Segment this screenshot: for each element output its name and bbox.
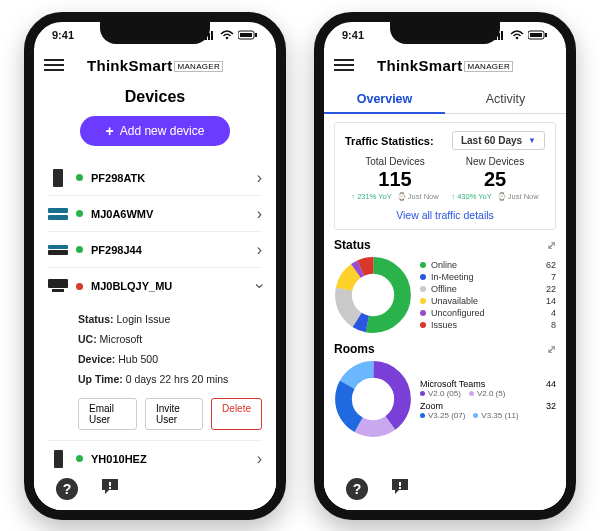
device-icon — [48, 277, 68, 295]
legend-label: Microsoft Teams — [420, 379, 546, 389]
menu-icon[interactable] — [334, 59, 354, 71]
battery-icon — [238, 30, 258, 40]
legend-item: Zoom32V3.25 (07)V3.35 (11) — [420, 401, 556, 420]
legend-value: 62 — [536, 260, 556, 270]
help-icon[interactable]: ? — [56, 478, 78, 500]
feedback-icon[interactable] — [390, 477, 410, 501]
clock: 9:41 — [342, 29, 364, 41]
add-device-label: Add new device — [120, 124, 205, 138]
tab-overview[interactable]: Overview — [324, 84, 445, 114]
help-icon[interactable]: ? — [346, 478, 368, 500]
legend-value: 7 — [536, 272, 556, 282]
detail-uptime-key: Up Time: — [78, 373, 123, 385]
status-dot — [76, 210, 83, 217]
legend-value: 14 — [536, 296, 556, 306]
legend-item: Unconfigured4 — [420, 308, 556, 318]
expand-icon[interactable]: ⤢ — [547, 239, 556, 252]
tab-activity[interactable]: Activity — [445, 84, 566, 114]
svg-rect-16 — [109, 482, 111, 486]
legend-value: 4 — [536, 308, 556, 318]
clock: 9:41 — [52, 29, 74, 41]
battery-icon — [528, 30, 548, 40]
rooms-panel: Rooms ⤢ Microsoft Teams44V2.0 (05)V2.0 (… — [334, 342, 556, 438]
detail-device-value: Hub 500 — [118, 353, 158, 365]
device-name: PF298J44 — [91, 244, 249, 256]
legend-label: Issues — [431, 320, 536, 330]
range-select[interactable]: Last 60 Days ▼ — [452, 131, 545, 150]
status-panel: Status ⤢ Online62In-Meeting7Offline22Una… — [334, 238, 556, 334]
total-devices-label: Total Devices — [345, 156, 445, 167]
legend-subdot-icon — [473, 413, 478, 418]
legend-dot-icon — [420, 310, 426, 316]
device-row-expanded-header[interactable]: MJ0BLQJY_MU › — [48, 268, 262, 304]
email-user-button[interactable]: Email User — [78, 398, 137, 430]
svg-rect-24 — [530, 33, 542, 37]
notch — [390, 22, 500, 44]
status-donut-chart — [334, 256, 412, 334]
legend-label: In-Meeting — [431, 272, 536, 282]
svg-point-4 — [226, 37, 229, 40]
svg-rect-7 — [255, 33, 257, 37]
svg-rect-12 — [48, 250, 68, 255]
bottom-bar: ? — [324, 468, 566, 510]
svg-rect-15 — [54, 450, 63, 468]
legend-sub: V3.25 (07)V3.35 (11) — [420, 411, 556, 420]
traffic-details-link[interactable]: View all traffic details — [345, 209, 545, 221]
device-icon — [48, 169, 68, 187]
invite-user-button[interactable]: Invite User — [145, 398, 203, 430]
chevron-down-icon: ▼ — [528, 136, 536, 145]
add-device-button[interactable]: + Add new device — [80, 116, 230, 146]
detail-device-key: Device: — [78, 353, 115, 365]
brand-logo: ThinkSmartMANAGER — [362, 57, 528, 74]
legend-value: 22 — [536, 284, 556, 294]
legend-subdot-icon — [420, 413, 425, 418]
legend-item: In-Meeting7 — [420, 272, 556, 282]
legend-subdot-icon — [420, 391, 425, 396]
timestamp: ⌚ Just Now — [497, 192, 539, 201]
new-devices-value: 25 — [445, 168, 545, 191]
legend-dot-icon — [420, 274, 426, 280]
legend-label: Zoom — [420, 401, 546, 411]
menu-icon[interactable] — [44, 59, 64, 71]
device-name: MJ0A6WMV — [91, 208, 249, 220]
phone-overview: 9:41 ThinkSmartMANAGER Overview Activity — [314, 12, 576, 520]
feedback-icon[interactable] — [100, 477, 120, 501]
expand-icon[interactable]: ⤢ — [547, 343, 556, 356]
legend-item: Unavailable14 — [420, 296, 556, 306]
chevron-right-icon: › — [257, 169, 262, 187]
legend-dot-icon — [420, 262, 426, 268]
svg-rect-38 — [399, 482, 401, 486]
wifi-icon — [220, 30, 234, 40]
svg-rect-14 — [52, 289, 64, 292]
legend-dot-icon — [420, 322, 426, 328]
legend-dot-icon — [420, 298, 426, 304]
chevron-down-icon: › — [250, 283, 268, 288]
detail-status-key: Status: — [78, 313, 114, 325]
legend-dot-icon — [420, 286, 426, 292]
legend-value: 8 — [536, 320, 556, 330]
svg-rect-21 — [501, 31, 503, 40]
detail-uc-key: UC: — [78, 333, 97, 345]
device-row[interactable]: PF298ATK › — [48, 160, 262, 196]
svg-rect-10 — [48, 215, 68, 220]
svg-rect-25 — [545, 33, 547, 37]
detail-status-value: Login Issue — [117, 313, 171, 325]
new-devices-label: New Devices — [445, 156, 545, 167]
plus-icon: + — [106, 123, 114, 139]
svg-rect-13 — [48, 279, 68, 288]
legend-value: 44 — [546, 379, 556, 389]
legend-label: Online — [431, 260, 536, 270]
brand-logo: ThinkSmartMANAGER — [72, 57, 238, 74]
status-title: Status — [334, 238, 371, 252]
device-row[interactable]: MJ0A6WMV › — [48, 196, 262, 232]
detail-uptime-value: 0 days 22 hrs 20 mins — [126, 373, 229, 385]
delete-button[interactable]: Delete — [211, 398, 262, 430]
svg-rect-39 — [399, 487, 401, 489]
traffic-card: Traffic Statistics: Last 60 Days ▼ Total… — [334, 122, 556, 230]
device-row[interactable]: PF298J44 › — [48, 232, 262, 268]
device-name: PF298ATK — [91, 172, 249, 184]
svg-rect-6 — [240, 33, 252, 37]
detail-uc-value: Microsoft — [100, 333, 143, 345]
notch — [100, 22, 210, 44]
range-value: Last 60 Days — [461, 135, 522, 146]
